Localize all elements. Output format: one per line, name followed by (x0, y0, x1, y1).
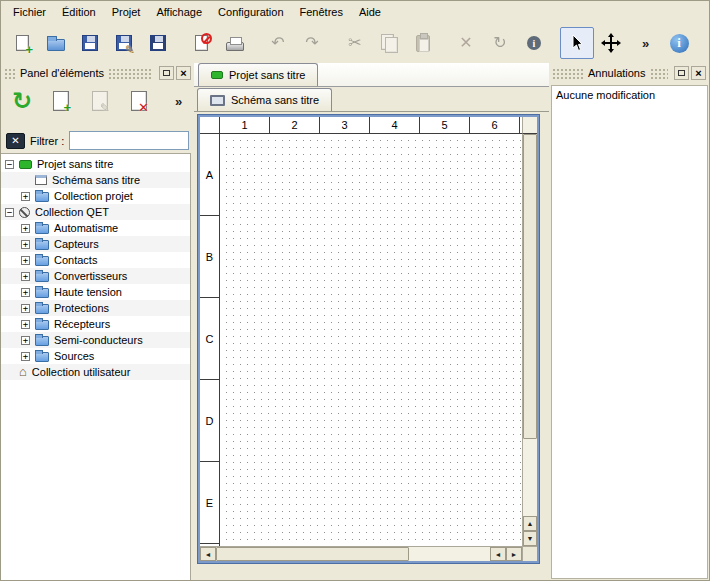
schema-icon (35, 175, 47, 185)
tree-item-capteurs[interactable]: + Capteurs (1, 236, 190, 252)
horizontal-scrollbar[interactable]: ◄ ◄ ► (200, 546, 522, 561)
redo-icon: ↷ (305, 35, 318, 51)
panel-overflow-button[interactable]: » (163, 86, 193, 116)
scroll-up-button[interactable]: ▲ (523, 516, 537, 531)
filter-input[interactable] (69, 131, 189, 150)
toolbar-overflow-button[interactable]: » (628, 27, 662, 59)
column-label: 2 (270, 117, 320, 133)
menu-aide[interactable]: Aide (351, 3, 389, 21)
tab-projet-sans-titre[interactable]: Projet sans titre (198, 63, 318, 86)
ruler-corner (200, 117, 220, 134)
tree-item-contacts[interactable]: + Contacts (1, 252, 190, 268)
tree-item-schema-sans-titre[interactable]: Schéma sans titre (1, 172, 190, 188)
undo-button[interactable]: ↶ (261, 27, 295, 59)
tree-item-label: Haute tension (54, 286, 122, 298)
folder-icon (35, 352, 49, 362)
tree-item-projet-sans-titre[interactable]: − Projet sans titre (1, 156, 190, 172)
workspace: Projet sans titre Schéma sans titre 1 2 … (194, 63, 549, 580)
cut-button[interactable]: ✂ (338, 27, 372, 59)
expand-expander-icon[interactable]: + (21, 272, 30, 281)
row-label: C (200, 298, 219, 380)
dock-grip[interactable] (552, 68, 584, 79)
expand-expander-icon[interactable]: + (21, 256, 30, 265)
tree-item-label: Contacts (54, 254, 97, 266)
save-button[interactable] (73, 27, 107, 59)
delete-button[interactable]: ✕ (449, 27, 483, 59)
expand-expander-icon[interactable]: + (21, 320, 30, 329)
tree-item-collection-qet[interactable]: − Collection QET (1, 204, 190, 220)
expand-expander-icon[interactable]: + (21, 336, 30, 345)
menu-configuration[interactable]: Configuration (210, 3, 291, 21)
undo-panel-titlebar[interactable]: Annulations × (552, 65, 706, 81)
open-project-button[interactable] (39, 27, 73, 59)
expand-expander-icon[interactable]: + (21, 224, 30, 233)
tree-item-sources[interactable]: + Sources (1, 348, 190, 364)
elements-panel-dock: Panel d'éléments × ↻ + ✎ ✕ » (1, 63, 194, 580)
tree-item-convertisseurs[interactable]: + Convertisseurs (1, 268, 190, 284)
print-button[interactable] (218, 27, 252, 59)
edit-element-button[interactable]: ✎ (85, 86, 115, 116)
close-icon: × (180, 68, 186, 78)
printer-icon (226, 42, 244, 51)
menu-fichier[interactable]: Fichier (5, 3, 54, 21)
horizontal-scrollbar-thumb[interactable] (216, 547, 409, 561)
tree-item-automatisme[interactable]: + Automatisme (1, 220, 190, 236)
expand-expander-icon[interactable]: + (21, 352, 30, 361)
scroll-right-button[interactable]: ► (506, 547, 522, 561)
select-tool-button[interactable] (560, 27, 594, 59)
collapse-expander-icon[interactable]: − (5, 208, 14, 217)
tree-item-semi-conducteurs[interactable]: + Semi-conducteurs (1, 332, 190, 348)
menu-fenetres[interactable]: Fenêtres (292, 3, 351, 21)
tree-item-collection-projet[interactable]: + Collection projet (1, 188, 190, 204)
open-folder-icon (47, 39, 65, 51)
save-all-button[interactable] (141, 27, 175, 59)
float-button[interactable] (674, 66, 689, 80)
dock-grip[interactable] (4, 68, 16, 79)
paste-button[interactable] (406, 27, 440, 59)
menu-projet[interactable]: Projet (104, 3, 149, 21)
tab-schema-sans-titre[interactable]: Schéma sans titre (197, 88, 332, 111)
tree-item-label: Capteurs (54, 238, 99, 250)
close-button[interactable]: × (176, 66, 191, 80)
move-tool-button[interactable] (594, 27, 628, 59)
copy-button[interactable] (372, 27, 406, 59)
help-overflow-button[interactable]: » (696, 27, 710, 59)
menu-affichage[interactable]: Affichage (148, 3, 210, 21)
new-document-button[interactable]: + (5, 27, 39, 59)
expand-expander-icon[interactable]: + (21, 240, 30, 249)
delete-element-button[interactable]: ✕ (124, 86, 154, 116)
float-button[interactable] (159, 66, 174, 80)
diagram-canvas[interactable] (220, 134, 522, 546)
scroll-left-button[interactable]: ◄ (490, 547, 506, 561)
dock-grip[interactable] (108, 68, 153, 79)
scroll-down-button[interactable]: ▼ (523, 531, 537, 546)
new-element-button[interactable]: + (46, 86, 76, 116)
vertical-scrollbar-thumb[interactable] (523, 134, 537, 439)
close-button[interactable]: × (691, 66, 706, 80)
tree-item-recepteurs[interactable]: + Récepteurs (1, 316, 190, 332)
elements-panel-titlebar[interactable]: Panel d'éléments × (4, 65, 191, 81)
rotate-button[interactable]: ↻ (483, 27, 517, 59)
qelectrotech-window: Fichier Édition Projet Affichage Configu… (0, 0, 710, 581)
tree-item-collection-utilisateur[interactable]: ⌂ Collection utilisateur (1, 364, 190, 380)
vertical-scrollbar[interactable]: ▲ ▼ (522, 134, 537, 546)
expand-expander-icon[interactable]: + (21, 192, 30, 201)
expand-expander-icon[interactable]: + (21, 304, 30, 313)
clear-filter-button[interactable]: ✕ (6, 133, 25, 149)
dock-grip[interactable] (650, 68, 669, 79)
tree-item-protections[interactable]: + Protections (1, 300, 190, 316)
close-file-button[interactable] (184, 27, 218, 59)
info-button[interactable]: i (517, 27, 551, 59)
undo-history-list[interactable]: Aucune modification (551, 85, 708, 579)
save-as-button[interactable]: ✎ (107, 27, 141, 59)
float-icon (678, 70, 685, 76)
scroll-left-button[interactable]: ◄ (200, 547, 216, 561)
tree-item-haute-tension[interactable]: + Haute tension (1, 284, 190, 300)
expand-expander-icon[interactable]: + (21, 288, 30, 297)
collapse-expander-icon[interactable]: − (5, 160, 14, 169)
redo-button[interactable]: ↷ (295, 27, 329, 59)
help-button[interactable]: i (662, 27, 696, 59)
row-label: D (200, 380, 219, 462)
reload-collections-button[interactable]: ↻ (7, 86, 37, 116)
menu-edition[interactable]: Édition (54, 3, 104, 21)
